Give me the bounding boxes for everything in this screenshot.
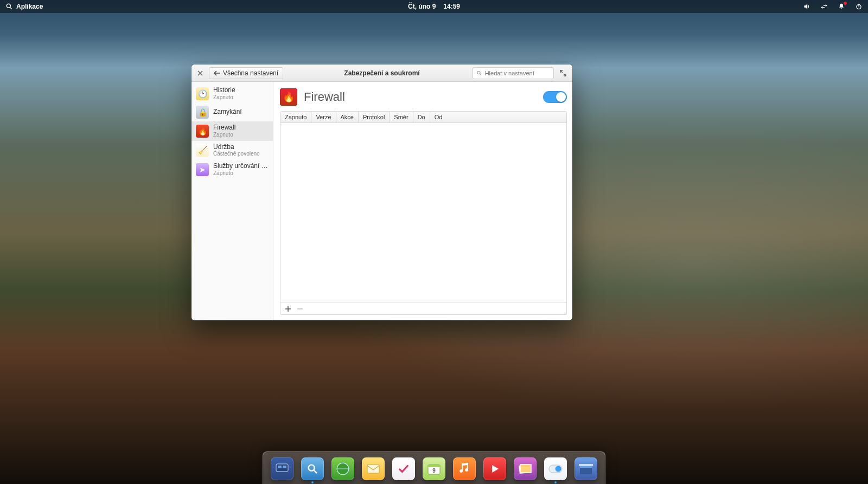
sidebar-item-label: Služby určování po…	[213, 163, 269, 170]
toggle-knob	[556, 92, 566, 102]
dock-app-appcenter[interactable]	[575, 457, 597, 480]
dock-app-settings[interactable]	[544, 457, 567, 480]
svg-point-28	[556, 466, 561, 472]
settings-window: Všechna nastavení Zabezpečení a soukromí…	[192, 64, 572, 320]
svg-rect-26	[520, 464, 531, 473]
col-action[interactable]: Akce	[336, 112, 359, 122]
sidebar-item-locking[interactable]: 🔒 Zamykání	[192, 103, 273, 121]
dock-app-tasks[interactable]	[392, 457, 415, 480]
search-icon	[5, 3, 13, 10]
panel-time[interactable]: 14:59	[443, 3, 460, 10]
back-button[interactable]: Všechna nastavení	[209, 67, 283, 79]
svg-rect-16	[283, 466, 286, 468]
col-to[interactable]: Do	[413, 112, 430, 122]
dock-app-calendar[interactable]: 9	[423, 457, 445, 480]
dock-app-files[interactable]	[301, 457, 324, 480]
sound-icon[interactable]	[803, 3, 810, 10]
search-input[interactable]	[485, 70, 550, 76]
sidebar-item-sub: Zapnuto	[213, 132, 235, 138]
svg-rect-21	[367, 464, 379, 473]
content-pane: 🔥 Firewall Zapnuto Verze Akce Protokol S…	[273, 82, 572, 320]
window-title: Zabezpečení a soukromí	[344, 69, 419, 77]
svg-rect-31	[579, 464, 593, 466]
dock-app-browser[interactable]	[331, 457, 354, 480]
svg-text:9: 9	[432, 468, 436, 474]
panel-date[interactable]: Čt, úno 9	[408, 3, 436, 10]
search-icon	[476, 70, 482, 76]
back-button-label: Všechna nastavení	[223, 69, 278, 77]
sidebar-item-sub: Zapnuto	[213, 94, 235, 101]
top-panel: Aplikace Čt, úno 9 14:59	[0, 0, 868, 13]
svg-point-0	[7, 4, 10, 8]
col-version[interactable]: Verze	[311, 112, 336, 122]
sidebar-item-history[interactable]: 🕑 Historie Zapnuto	[192, 84, 273, 103]
svg-rect-29	[580, 467, 592, 474]
desktop: Aplikace Čt, úno 9 14:59	[0, 0, 868, 484]
titlebar[interactable]: Všechna nastavení Zabezpečení a soukromí	[192, 64, 572, 82]
table-body	[280, 123, 566, 302]
sidebar-item-label: Historie	[213, 87, 235, 94]
applications-menu[interactable]: Aplikace	[5, 3, 43, 10]
sidebar-item-location[interactable]: ➤ Služby určování po… Zapnuto	[192, 160, 273, 179]
add-rule-button[interactable]	[283, 304, 293, 314]
notifications-icon[interactable]	[838, 3, 845, 10]
table-header: Zapnuto Verze Akce Protokol Směr Do Od	[280, 112, 566, 123]
col-enabled[interactable]: Zapnuto	[280, 112, 311, 122]
broom-icon: 🧹	[196, 144, 209, 157]
network-icon[interactable]	[820, 3, 828, 10]
sidebar-item-sub: Zapnuto	[213, 170, 269, 177]
content-heading: Firewall	[304, 90, 345, 104]
remove-rule-button[interactable]	[295, 304, 305, 314]
svg-line-18	[314, 470, 317, 473]
dock-app-photos[interactable]	[514, 457, 537, 480]
col-protocol[interactable]: Protokol	[359, 112, 390, 122]
dock-app-videos[interactable]	[483, 457, 506, 480]
search-field[interactable]	[473, 67, 554, 79]
applications-label: Aplikace	[16, 3, 43, 10]
dock: 9	[263, 451, 605, 484]
svg-point-9	[477, 71, 480, 74]
dock-app-mail[interactable]	[362, 457, 385, 480]
firewall-icon: 🔥	[280, 88, 297, 106]
power-icon[interactable]	[855, 3, 863, 10]
sidebar-item-housekeeping[interactable]: 🧹 Údržba Částečně povoleno	[192, 141, 273, 160]
svg-line-10	[480, 74, 481, 75]
svg-point-17	[309, 464, 315, 470]
sidebar-item-label: Firewall	[213, 124, 235, 132]
col-from[interactable]: Od	[430, 112, 566, 122]
lock-icon: 🔒	[196, 106, 209, 119]
sidebar-item-sub: Částečně povoleno	[213, 151, 260, 157]
sidebar: 🕑 Historie Zapnuto 🔒 Zamykání 🔥	[192, 82, 273, 320]
maximize-button[interactable]	[557, 67, 569, 79]
close-button[interactable]	[195, 68, 206, 79]
svg-line-1	[10, 8, 12, 9]
dock-app-music[interactable]	[453, 457, 476, 480]
dock-app-multitasking[interactable]	[271, 457, 293, 480]
fire-icon: 🔥	[196, 125, 209, 138]
sidebar-item-label: Údržba	[213, 144, 260, 151]
firewall-toggle[interactable]	[543, 91, 567, 103]
col-direction[interactable]: Směr	[390, 112, 413, 122]
table-toolbar	[280, 302, 566, 314]
svg-rect-23	[428, 464, 440, 467]
svg-rect-15	[278, 466, 282, 468]
sidebar-item-label: Zamykání	[213, 108, 242, 116]
history-icon: 🕑	[196, 87, 209, 100]
sidebar-item-firewall[interactable]: 🔥 Firewall Zapnuto	[192, 121, 273, 140]
location-icon: ➤	[196, 163, 209, 176]
notification-badge	[844, 2, 847, 5]
rules-table: Zapnuto Verze Akce Protokol Směr Do Od	[280, 111, 567, 315]
